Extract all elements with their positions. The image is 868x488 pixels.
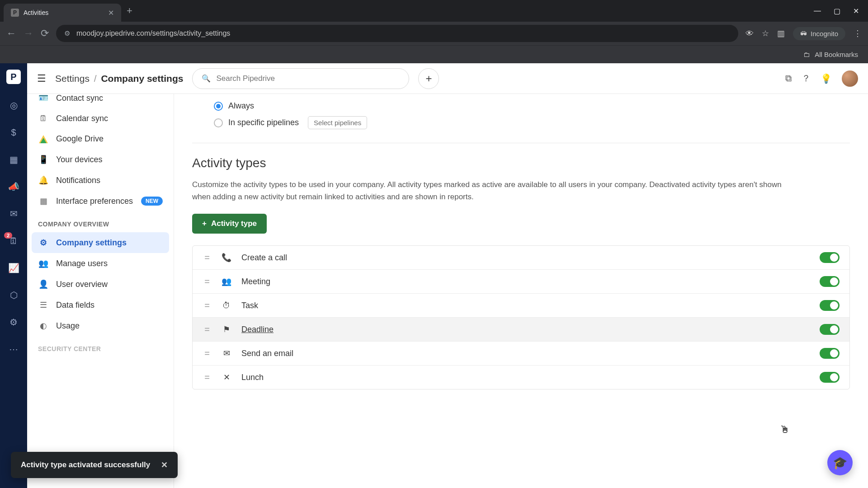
activity-type-row[interactable]: = ✉ Send an email xyxy=(193,342,849,366)
sidebar-item-label: Usage xyxy=(56,321,80,331)
tab-close-icon[interactable]: ✕ xyxy=(108,9,114,17)
activity-toggle[interactable] xyxy=(820,276,840,287)
task-icon: ⏱ xyxy=(222,301,231,310)
site-settings-icon[interactable]: ⚙ xyxy=(64,29,70,38)
settings-sidebar: 🪪 Contact sync 🗓 Calendar sync Google Dr… xyxy=(27,94,174,488)
sidebar-heading-company-overview: COMPANY OVERVIEW xyxy=(32,211,169,232)
toast-notification: Activity type activated successfully ✕ xyxy=(11,452,178,478)
all-bookmarks-link[interactable]: All Bookmarks xyxy=(815,51,858,58)
radio-unchecked-icon[interactable] xyxy=(214,118,223,127)
window-controls: — ▢ ✕ xyxy=(814,7,864,15)
incognito-indicator[interactable]: 🕶 Incognito xyxy=(793,27,845,40)
reload-button[interactable]: ⟳ xyxy=(41,28,49,39)
search-box[interactable]: 🔍 xyxy=(192,68,409,89)
drag-handle-icon[interactable]: = xyxy=(203,372,212,383)
rail-more-icon[interactable]: ⋯ xyxy=(8,343,19,355)
radio-checked-icon[interactable] xyxy=(214,102,223,111)
sidebar-item-notifications[interactable]: 🔔 Notifications xyxy=(32,170,169,191)
toast-close-icon[interactable]: ✕ xyxy=(161,460,168,470)
activity-toggle[interactable] xyxy=(820,372,840,383)
chrome-menu-icon[interactable]: ⋮ xyxy=(854,28,862,38)
sidebar-item-company-settings[interactable]: ⚙ Company settings xyxy=(32,232,169,253)
sidebar-item-user-overview[interactable]: 👤 User overview xyxy=(32,274,169,295)
rail-products-icon[interactable]: ⬡ xyxy=(8,289,19,301)
drag-handle-icon[interactable]: = xyxy=(203,324,212,335)
drag-handle-icon[interactable]: = xyxy=(203,348,212,359)
address-bar: ← → ⟳ ⚙ moodjoy.pipedrive.com/settings/a… xyxy=(0,22,868,45)
activity-type-row[interactable]: = ⏱ Task xyxy=(193,294,849,318)
tab-title: Activities xyxy=(24,9,104,16)
radio-specific-row[interactable]: In specific pipelines Select pipelines xyxy=(192,113,850,132)
activity-type-label: Deadline xyxy=(241,325,274,334)
rail-activities-icon[interactable]: ▦ xyxy=(8,154,19,165)
activity-type-row[interactable]: = ✕ Lunch xyxy=(193,366,849,389)
phone-icon: 📱 xyxy=(38,155,49,164)
section-description: Customize the activity types to be used … xyxy=(192,178,798,203)
activity-toggle[interactable] xyxy=(820,324,840,335)
activity-type-label: Create a call xyxy=(241,253,287,263)
close-window-icon[interactable]: ✕ xyxy=(853,7,859,15)
activity-toggle[interactable] xyxy=(820,300,840,311)
rail-mail-icon[interactable]: ✉ xyxy=(8,208,19,220)
sidebar-item-calendar-sync[interactable]: 🗓 Calendar sync xyxy=(32,108,169,129)
sidebar-item-label: Data fields xyxy=(56,300,94,310)
forward-button[interactable]: → xyxy=(24,28,33,39)
url-input[interactable]: ⚙ moodjoy.pipedrive.com/settings/activit… xyxy=(56,25,738,42)
activity-type-row[interactable]: = ⚑ Deadline xyxy=(193,318,849,342)
cursor-pointer-icon: 🖱 xyxy=(780,424,790,436)
app-logo[interactable]: P xyxy=(6,70,21,84)
rail-campaigns-icon[interactable]: 📣 xyxy=(8,181,19,192)
gdrive-icon xyxy=(38,135,49,143)
bookmark-star-icon[interactable]: ☆ xyxy=(762,28,769,38)
gear-icon: ⚙ xyxy=(38,238,49,248)
global-add-button[interactable]: + xyxy=(418,68,439,89)
activity-type-row[interactable]: = 📞 Create a call xyxy=(193,246,849,270)
radio-specific-label: In specific pipelines xyxy=(228,118,299,127)
minimize-icon[interactable]: — xyxy=(814,7,821,15)
sidebar-toggle-icon[interactable]: ☰ xyxy=(37,73,46,84)
rail-home-icon[interactable]: ◎ xyxy=(8,99,19,111)
sidebar-item-data-fields[interactable]: ☰ Data fields xyxy=(32,295,169,315)
radio-always-row[interactable]: Always xyxy=(192,99,850,113)
drag-handle-icon[interactable]: = xyxy=(203,253,212,263)
rail-deals-icon[interactable]: $ xyxy=(8,127,19,138)
help-fab[interactable]: 🎓 xyxy=(827,450,853,475)
sidebar-item-interface-preferences[interactable]: ▦ Interface preferences NEW xyxy=(32,191,169,211)
search-input[interactable] xyxy=(216,74,400,83)
extensions-icon[interactable]: ⧉ xyxy=(785,73,792,84)
layout-icon: ▦ xyxy=(38,196,49,206)
browser-tab[interactable]: P Activities ✕ xyxy=(4,4,121,22)
sidebar-item-contact-sync[interactable]: 🪪 Contact sync xyxy=(32,94,169,108)
hide-extension-icon[interactable]: 👁 xyxy=(745,29,754,38)
add-activity-type-button[interactable]: + Activity type xyxy=(192,214,267,234)
new-badge: NEW xyxy=(141,197,163,206)
breadcrumb-root[interactable]: Settings xyxy=(55,73,90,84)
sidebar-item-label: Google Drive xyxy=(56,134,104,144)
activity-toggle[interactable] xyxy=(820,348,840,359)
activity-toggle[interactable] xyxy=(820,252,840,263)
breadcrumb: Settings / Company settings xyxy=(55,73,183,84)
sidebar-item-usage[interactable]: ◐ Usage xyxy=(32,315,169,336)
sidebar-item-your-devices[interactable]: 📱 Your devices xyxy=(32,149,169,170)
sidebar-item-manage-users[interactable]: 👥 Manage users xyxy=(32,253,169,274)
activity-type-label: Task xyxy=(241,301,258,310)
panel-icon[interactable]: ▥ xyxy=(777,28,785,38)
rail-insights-icon[interactable]: 🗓 2 xyxy=(8,235,19,247)
calendar-icon: 🗓 xyxy=(38,114,49,123)
help-icon[interactable]: ？ xyxy=(802,72,811,84)
avatar[interactable] xyxy=(842,70,858,87)
user-icon: 👤 xyxy=(38,279,49,289)
maximize-icon[interactable]: ▢ xyxy=(834,7,840,15)
new-tab-button[interactable]: + xyxy=(127,5,132,17)
back-button[interactable]: ← xyxy=(6,28,16,39)
sidebar-item-google-drive[interactable]: Google Drive xyxy=(32,129,169,149)
select-pipelines-button[interactable]: Select pipelines xyxy=(308,116,367,129)
rail-contacts-icon[interactable]: ⚙ xyxy=(8,316,19,328)
drag-handle-icon[interactable]: = xyxy=(203,277,212,287)
whatsnew-icon[interactable]: 💡 xyxy=(821,73,832,84)
bell-icon: 🔔 xyxy=(38,175,49,185)
url-text: moodjoy.pipedrive.com/settings/activity_… xyxy=(76,29,230,38)
activity-type-row[interactable]: = 👥 Meeting xyxy=(193,270,849,294)
drag-handle-icon[interactable]: = xyxy=(203,300,212,311)
rail-reports-icon[interactable]: 📈 xyxy=(8,262,19,274)
